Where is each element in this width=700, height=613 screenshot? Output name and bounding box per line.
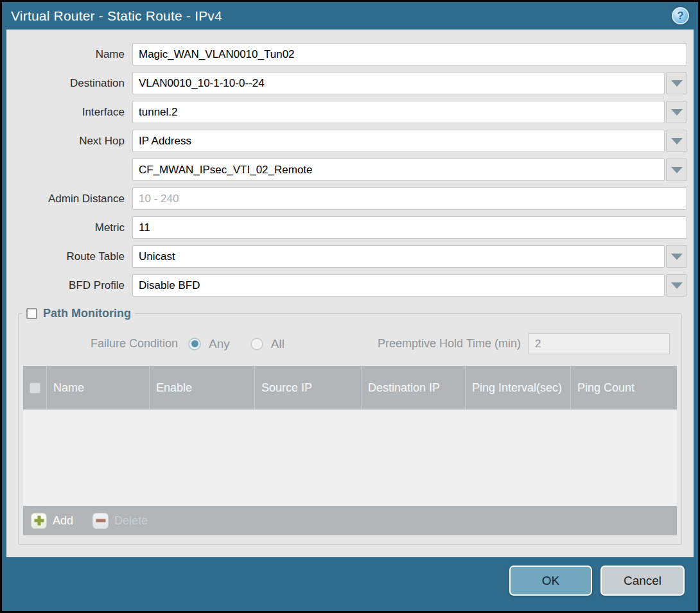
table-body-empty [23, 410, 677, 506]
metric-row: Metric [13, 216, 687, 239]
failure-condition-row: Failure Condition Any All Preemptive Hol… [22, 333, 678, 354]
next-hop-row: Next Hop [13, 130, 687, 152]
select-all-checkbox[interactable] [30, 383, 40, 393]
interface-row: Interface [13, 101, 687, 123]
failure-condition-label: Failure Condition [22, 337, 188, 350]
column-header-name[interactable]: Name [47, 366, 150, 410]
add-button-label: Add [53, 514, 73, 528]
add-button[interactable]: Add [31, 513, 73, 529]
path-monitoring-legend: Path Monitoring [22, 307, 135, 320]
next-hop-address-row [13, 159, 687, 181]
column-header-source-ip[interactable]: Source IP [255, 366, 362, 410]
table-toolbar: Add Delete [23, 506, 677, 535]
dialog-title: Virtual Router - Static Route - IPv4 [11, 8, 672, 24]
next-hop-address-input[interactable] [132, 159, 665, 181]
cancel-button[interactable]: Cancel [600, 566, 685, 596]
bfd-profile-label: BFD Profile [13, 279, 132, 292]
plus-icon [31, 513, 47, 529]
dialog-titlebar: Virtual Router - Static Route - IPv4 ? [2, 2, 698, 30]
radio-selected-icon [188, 338, 201, 350]
next-hop-address-dropdown-button[interactable] [666, 159, 687, 181]
path-monitoring-section: Path Monitoring Failure Condition Any Al… [18, 307, 682, 545]
failure-condition-any-label: Any [209, 337, 230, 351]
column-header-enable[interactable]: Enable [150, 366, 255, 410]
radio-unselected-icon [250, 338, 263, 350]
column-header-ping-count[interactable]: Ping Count [571, 366, 677, 410]
table-header-row: Name Enable Source IP Destination IP Pin… [23, 366, 677, 410]
bfd-profile-row: BFD Profile [13, 274, 687, 297]
bfd-profile-dropdown-button[interactable] [666, 274, 687, 297]
route-table-input[interactable] [132, 245, 665, 268]
chevron-down-icon [671, 138, 683, 144]
dialog-footer: OK Cancel [2, 557, 698, 611]
path-monitoring-table: Name Enable Source IP Destination IP Pin… [23, 366, 677, 535]
destination-row: Destination [13, 72, 687, 94]
chevron-down-icon [671, 254, 683, 260]
route-table-row: Route Table [13, 245, 687, 268]
failure-condition-all-label: All [271, 337, 284, 351]
bfd-profile-input[interactable] [132, 274, 665, 297]
next-hop-type-input[interactable] [132, 130, 665, 152]
column-header-destination-ip[interactable]: Destination IP [362, 366, 466, 410]
metric-input[interactable] [132, 216, 687, 239]
delete-button[interactable]: Delete [92, 513, 148, 529]
route-table-label: Route Table [13, 250, 132, 263]
next-hop-type-dropdown-button[interactable] [666, 130, 687, 152]
static-route-dialog: Virtual Router - Static Route - IPv4 ? N… [0, 0, 700, 613]
destination-dropdown-button[interactable] [666, 72, 687, 94]
admin-distance-input[interactable] [132, 187, 687, 210]
delete-button-label: Delete [114, 514, 148, 528]
admin-distance-row: Admin Distance [13, 187, 687, 210]
name-row: Name [13, 43, 687, 65]
metric-label: Metric [13, 221, 132, 234]
chevron-down-icon [671, 167, 683, 173]
path-monitoring-title: Path Monitoring [43, 307, 131, 320]
preemptive-hold-time-label: Preemptive Hold Time (min) [378, 337, 529, 350]
name-label: Name [13, 48, 132, 61]
interface-label: Interface [13, 106, 132, 119]
chevron-down-icon [671, 109, 683, 116]
destination-label: Destination [13, 77, 132, 90]
failure-condition-any-option[interactable]: Any [188, 337, 230, 351]
path-monitoring-checkbox[interactable] [26, 308, 37, 319]
next-hop-label: Next Hop [13, 135, 132, 148]
interface-dropdown-button[interactable] [666, 101, 687, 123]
ok-button[interactable]: OK [509, 566, 592, 596]
interface-input[interactable] [132, 101, 665, 123]
help-icon[interactable]: ? [672, 7, 689, 24]
chevron-down-icon [671, 282, 683, 289]
failure-condition-all-option[interactable]: All [250, 337, 284, 351]
column-header-ping-interval[interactable]: Ping Interval(sec) [466, 366, 571, 410]
preemptive-hold-time-input[interactable] [529, 333, 670, 354]
name-input[interactable] [132, 43, 687, 65]
minus-icon [92, 513, 109, 529]
dialog-content: Name Destination Interface Next Hop [6, 30, 694, 557]
admin-distance-label: Admin Distance [13, 193, 132, 205]
chevron-down-icon [671, 80, 683, 87]
destination-input[interactable] [132, 72, 665, 94]
route-table-dropdown-button[interactable] [666, 245, 687, 268]
